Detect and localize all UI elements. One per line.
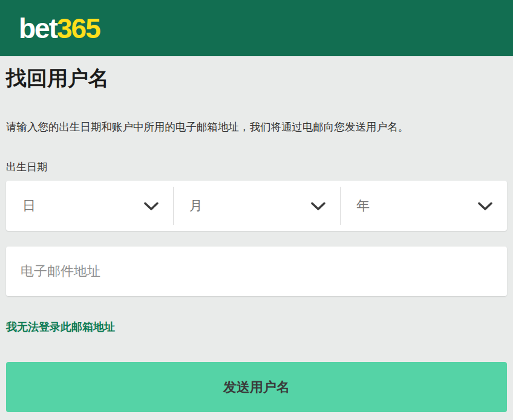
send-username-button[interactable]: 发送用户名	[6, 362, 507, 412]
month-select[interactable]: 月	[173, 181, 340, 231]
chevron-down-icon	[144, 202, 158, 211]
day-select-value: 日	[22, 197, 36, 215]
app-header: bet365	[0, 0, 513, 56]
month-select-value: 月	[189, 197, 203, 215]
email-input[interactable]	[6, 247, 507, 296]
bet365-logo[interactable]: bet365	[19, 15, 100, 42]
year-select[interactable]: 年	[340, 181, 507, 231]
logo-text-365: 365	[57, 13, 100, 44]
chevron-down-icon	[311, 202, 325, 211]
page-title: 找回用户名	[6, 64, 507, 92]
year-select-value: 年	[356, 197, 370, 215]
logo-text-bet: bet	[19, 13, 57, 44]
instruction-text: 请输入您的出生日期和账户中所用的电子邮箱地址，我们将通过电邮向您发送用户名。	[6, 120, 507, 134]
date-of-birth-label: 出生日期	[6, 161, 507, 174]
date-of-birth-select-group: 日 月 年	[6, 181, 507, 231]
day-select[interactable]: 日	[6, 181, 173, 231]
chevron-down-icon	[478, 202, 492, 211]
cant-access-email-link[interactable]: 我无法登录此邮箱地址	[6, 320, 115, 334]
recover-username-page: 找回用户名 请输入您的出生日期和账户中所用的电子邮箱地址，我们将通过电邮向您发送…	[0, 64, 513, 412]
